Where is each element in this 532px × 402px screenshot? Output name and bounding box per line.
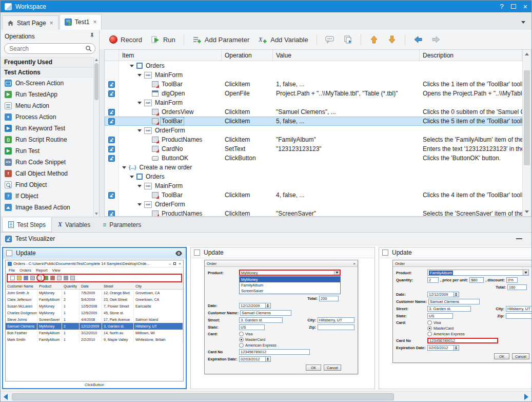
grid-cell: Whitestone, Britain [134,336,183,343]
expander-icon[interactable] [137,203,142,206]
run-icon [151,35,160,44]
column-header-operation[interactable]: Operation [222,50,273,61]
card-option-label: MasterCard [245,337,265,342]
update-checkbox[interactable] [382,250,388,256]
step-operation-cell [222,172,273,181]
operation-item-run-code-snippet[interactable]: <>Run Code Snippet [1,157,93,168]
operation-item-on-screen-action[interactable]: On-Screen Action [1,78,93,89]
operation-item-process-action[interactable]: ●Process Action [1,111,93,123]
expander-icon[interactable] [137,74,142,76]
steps-vertical-scrollbar[interactable] [522,50,531,216]
move-up-button[interactable] [366,32,382,47]
expander-icon[interactable] [137,185,142,187]
step-row[interactable]: ToolBarClickItem1, false, ...Clicks the … [105,80,522,89]
operation-item-menu-action[interactable]: Menu Action [1,100,93,111]
operation-item-find-object[interactable]: Find Object [1,179,93,190]
tab-test1[interactable]: Test1 × [60,14,102,30]
step-row[interactable]: {...}Create a new order [105,163,522,172]
process-action-icon: ● [5,113,12,121]
expiration-date-value: 02/03/2012 [427,345,454,351]
group-frequently-used[interactable]: Frequently Used [1,57,93,67]
group-test-actions[interactable]: Test Actions [1,67,93,78]
radio-icon [427,332,432,336]
expander-icon[interactable] [130,176,134,178]
operation-item-if-object[interactable]: ?If Object [1,190,93,202]
step-row[interactable]: netOrderForm [105,200,522,209]
scrollbar-thumb[interactable] [12,393,394,400]
expander-icon[interactable] [122,166,126,169]
close-button[interactable]: × [523,3,527,10]
add-parameter-button[interactable]: Add Parameter [189,32,253,47]
operation-item-call-object-method[interactable]: fCall Object Method [1,168,93,179]
step-row[interactable]: Orders [105,61,522,70]
grid-cell: 5/4/2009 [80,296,102,303]
record-button[interactable]: Record [106,33,146,46]
step-row[interactable]: ToolBarClickItem4, false, ...Clicks the … [105,190,522,200]
step-row[interactable]: netMainForm [105,70,522,80]
run-button[interactable]: Run [147,32,179,47]
scroll-right-button[interactable] [522,392,530,401]
minimize-panel-icon[interactable] [516,238,522,239]
arrow-left-icon [413,35,423,44]
outdent-button[interactable] [410,32,426,47]
scrollbar-thumb[interactable] [94,63,98,100]
tab-test-steps[interactable]: Test Steps [2,217,52,232]
scroll-down-icon[interactable] [95,213,98,215]
expander-icon[interactable] [137,102,142,104]
step-row[interactable]: netMainForm [105,181,522,190]
visualizer-frame-3[interactable]: Update Order×Product:FamilyAlbumQuantity… [379,247,531,389]
help-button[interactable]: ? [500,3,504,10]
column-header-description[interactable]: Description [420,50,522,61]
step-row[interactable]: netOrderForm [105,126,522,135]
operation-item-run-keyword-test[interactable]: ▶Run Keyword Test [1,123,93,134]
grid-cell: Grovetown, CA [134,290,183,296]
comment-button[interactable] [322,32,338,47]
operation-item-run-testedapp[interactable]: ▶Run TestedApp [1,89,93,100]
visualizer-frame-1[interactable]: Update Orders - C:\Users\Public\Document… [2,247,187,389]
close-tab-icon[interactable]: × [93,18,96,26]
search-input[interactable] [4,43,95,54]
operation-item-run-script-routine[interactable]: {}Run Script Routine [1,134,93,145]
scroll-left-button[interactable] [2,392,10,401]
tab-start-page[interactable]: Start Page × [2,15,58,30]
step-row[interactable]: ButtonOKClickButtonClicks the 'ButtonOK'… [105,154,522,163]
scroll-down-button[interactable] [523,207,531,216]
step-row[interactable]: dlgOpenOpenFileProject.Path + "..\\MyTab… [105,89,522,98]
operation-item-run-test[interactable]: ▶Run Test [1,145,93,157]
update-checkbox[interactable] [6,250,12,256]
scrollbar-thumb[interactable] [524,70,530,165]
indent-button[interactable] [428,32,444,47]
column-header-item[interactable]: Item [119,50,222,61]
scroll-up-button[interactable] [523,50,531,59]
frame-screenshot: Orders - C:\Users\Public\Documents\TestC… [3,259,186,388]
step-row[interactable]: ToolBarClickItem5, false, ...Clicks the … [105,117,522,126]
step-row[interactable]: netMainForm [105,98,522,107]
copy-step-button[interactable] [340,32,356,47]
dialog-title: Order [395,261,405,266]
maximize-button[interactable] [511,4,516,9]
step-row[interactable]: CardNoSetText"123123123123"Enters the te… [105,144,522,154]
visualizer-scrollbar[interactable] [1,391,531,402]
card-row: Card:VisaMasterCardAmerican Express [208,332,354,348]
expander-icon[interactable] [130,65,134,67]
close-tab-icon[interactable]: × [50,20,53,27]
visualizer-frame-2[interactable]: Update Order×Product:MyMoneyMyMoneyFamil… [190,247,375,389]
expander-icon[interactable] [137,129,142,132]
operations-scrollbar[interactable] [93,57,99,217]
total-value: 200 [319,296,339,301]
tab-variables[interactable]: X Variables [52,217,96,232]
eye-icon[interactable] [175,251,183,256]
tab-parameters[interactable]: ≡ Parameters [96,217,147,232]
column-header-value[interactable]: Value [273,50,420,61]
update-checkbox[interactable] [194,250,200,256]
tab-list-dropdown-icon[interactable] [521,21,525,24]
pin-icon[interactable] [89,32,95,40]
step-row[interactable]: ProductNamesClickItem"FamilyAlbum"Select… [105,135,522,144]
step-row[interactable]: Orders [105,172,522,181]
step-row[interactable]: ProductNamesClickItem"ScreenSaver"Select… [105,209,522,217]
operation-item-image-based-action[interactable]: Image Based Action [1,202,93,213]
add-variable-button[interactable]: X Add Variable [254,32,311,47]
step-row[interactable]: OrdersViewClickItem"Samuel Clemens", ...… [105,107,522,117]
scroll-up-icon[interactable] [95,59,98,61]
move-down-button[interactable] [384,32,400,47]
